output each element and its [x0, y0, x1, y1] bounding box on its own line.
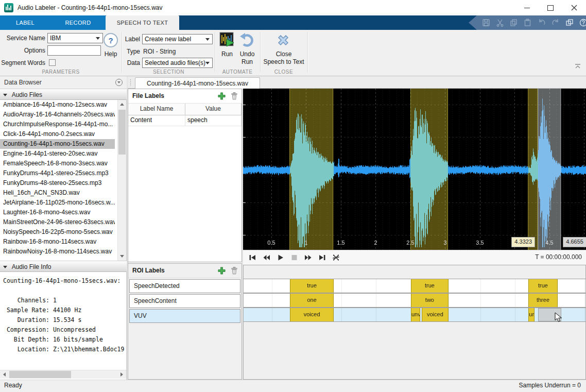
type-value: ROI - String [143, 46, 176, 57]
roi-label-list: SpeechDetectedSpeechContentVUV [128, 279, 242, 323]
delete-label-button[interactable] [230, 92, 238, 100]
skip-end-button[interactable] [317, 252, 327, 263]
fast-forward-button[interactable] [303, 252, 313, 263]
play-button[interactable] [275, 252, 285, 263]
roi-label-item-vuv[interactable]: VUV [129, 309, 240, 323]
list-item[interactable]: RainbowNoisy-16-8-mono-114secs.wav [0, 247, 115, 257]
tab-record[interactable]: RECORD [50, 15, 106, 30]
segment-words-checkbox[interactable] [49, 59, 56, 66]
list-item[interactable]: FunkyDrums-44p1-stereo-25secs.mp3 [0, 168, 115, 178]
paste-icon[interactable] [524, 19, 532, 27]
stop-button[interactable] [289, 252, 299, 263]
list-item[interactable]: Click-16-44p1-mono-0.2secs.wav [0, 129, 115, 139]
collapse-ribbon-button[interactable] [574, 63, 582, 70]
waveform-panel[interactable]: 0.511.522.533.54.54.33234.6655 [243, 89, 586, 250]
add-label-button[interactable] [217, 92, 226, 100]
roi-segment[interactable]: true [411, 279, 449, 293]
tab-label[interactable]: LABEL [0, 15, 50, 30]
list-item[interactable]: ChurchImpulseResponse-16-44p1-mo... [0, 120, 115, 129]
list-item[interactable]: Engine-16-44p1-stereo-20sec.wav [0, 149, 115, 159]
list-item[interactable]: Counting-16-44p1-mono-15secs.wav [0, 139, 115, 149]
tab-speech-to-text[interactable]: SPEECH TO TEXT [106, 15, 179, 30]
minimize-button[interactable] [515, 0, 539, 15]
waveform-canvas[interactable] [243, 89, 586, 250]
scroll-right-button[interactable] [117, 370, 126, 379]
scroll-up-button[interactable] [118, 100, 126, 109]
run-button[interactable] [219, 32, 235, 47]
list-item[interactable]: MainStreetOne-24-96-stereo-63secs.wav [0, 217, 115, 227]
list-item[interactable]: FunkyDrums-48-stereo-25secs.mp3 [0, 178, 115, 188]
roi-label-item-speechdetected[interactable]: SpeechDetected [129, 279, 240, 293]
horizontal-scrollbar[interactable] [0, 370, 126, 379]
delete-roi-label-button[interactable] [230, 266, 238, 275]
redo-icon[interactable] [551, 19, 560, 27]
scrollbar-thumb[interactable] [9, 371, 71, 378]
roi-edge-time-badge[interactable]: 4.6655 [563, 237, 586, 247]
row-tick [515, 308, 515, 321]
section-close: CLOSE [260, 69, 307, 75]
roi-segment[interactable]: one [290, 294, 334, 307]
data-dropdown[interactable]: Selected audio files(s) [142, 58, 213, 68]
roi-row-speechdetected[interactable]: truetruetrue [244, 279, 585, 293]
help-button[interactable]: ? [104, 33, 118, 47]
column-value[interactable]: Value [185, 104, 242, 115]
audio-file-info-section-header[interactable]: Audio File Info [0, 261, 127, 272]
service-name-dropdown[interactable]: IBM [47, 33, 103, 43]
list-item[interactable]: JetAirplane-16-11p025-mono-16secs.w... [0, 198, 115, 208]
axis-tick-label: 3.5 [476, 240, 484, 246]
status-message: Ready [4, 382, 22, 389]
roi-segment[interactable]: three [528, 294, 558, 307]
save-icon[interactable] [482, 19, 490, 27]
table-row[interactable]: Content speech [128, 115, 242, 126]
roi-row-speechcontent[interactable]: onetwothree [244, 293, 585, 308]
label-dropdown[interactable]: Create new label [142, 34, 213, 44]
dock-windows-icon[interactable] [565, 19, 574, 27]
copy-icon[interactable] [510, 19, 518, 27]
roi-segment[interactable]: true [528, 279, 558, 293]
undo-icon [239, 32, 255, 48]
list-item[interactable]: FemaleSpeech-16-8-mono-3secs.wav [0, 159, 115, 168]
axis-tick-label: 4.5 [545, 240, 553, 246]
roi-segment[interactable]: voiced [422, 308, 449, 321]
close-speech-to-text-button[interactable] [275, 32, 291, 48]
audio-file-list[interactable]: Ambiance-16-44p1-mono-12secs.wavAudioArr… [0, 100, 127, 261]
maximize-button[interactable] [539, 0, 562, 15]
close-button[interactable] [562, 0, 586, 15]
audio-files-section-header[interactable]: Audio Files [0, 89, 127, 100]
roi-row-vuv[interactable]: voicedunvvoicedur [244, 308, 585, 322]
scroll-left-button[interactable] [0, 370, 9, 379]
roi-edge-time-badge[interactable]: 4.3323 [511, 237, 535, 247]
list-item[interactable]: Laughter-16-8-mono-4secs.wav [0, 208, 115, 217]
panel-menu-icon[interactable] [115, 79, 123, 86]
skip-start-button[interactable] [247, 252, 257, 263]
undo-icon[interactable] [538, 19, 546, 27]
cut-icon[interactable] [496, 19, 504, 27]
roi-rows-panel[interactable]: truetruetrueonetwothreevoicedunvvoicedur [243, 265, 586, 380]
scrollbar-thumb[interactable] [118, 110, 126, 155]
rewind-button[interactable] [261, 252, 271, 263]
help-icon[interactable] [579, 19, 586, 27]
list-item[interactable]: AudioArray-16-16-4channels-20secs.wav [0, 110, 115, 120]
list-item[interactable]: Rainbow-16-8-mono-114secs.wav [0, 237, 115, 247]
mute-button[interactable] [331, 252, 341, 263]
options-input[interactable] [47, 45, 101, 56]
roi-segment[interactable]: two [411, 294, 449, 307]
roi-segment[interactable]: unv [411, 308, 420, 321]
roi-segment[interactable]: true [290, 279, 334, 293]
row-tick [376, 308, 376, 321]
document-tab[interactable]: Counting-16-44p1-mono-15secs.wav [135, 77, 260, 89]
list-item[interactable]: Ambiance-16-44p1-mono-12secs.wav [0, 100, 115, 110]
roi-segment[interactable]: voiced [290, 308, 334, 321]
roi-label-item-speechcontent[interactable]: SpeechContent [129, 294, 240, 308]
undo-run-button[interactable] [239, 32, 255, 48]
list-item[interactable]: Heli_16ch_ACN_SN3D.wav [0, 188, 115, 198]
column-label-name[interactable]: Label Name [128, 104, 185, 115]
vertical-scrollbar[interactable] [117, 100, 126, 261]
row-tick [584, 279, 585, 293]
add-roi-label-button[interactable] [217, 266, 226, 275]
label-value: Create new label [145, 36, 191, 43]
scroll-down-button[interactable] [118, 252, 126, 261]
mouse-cursor [555, 312, 564, 322]
list-item[interactable]: NoisySpeech-16-22p5-mono-5secs.wav [0, 227, 115, 237]
roi-segment[interactable]: ur [528, 308, 535, 321]
